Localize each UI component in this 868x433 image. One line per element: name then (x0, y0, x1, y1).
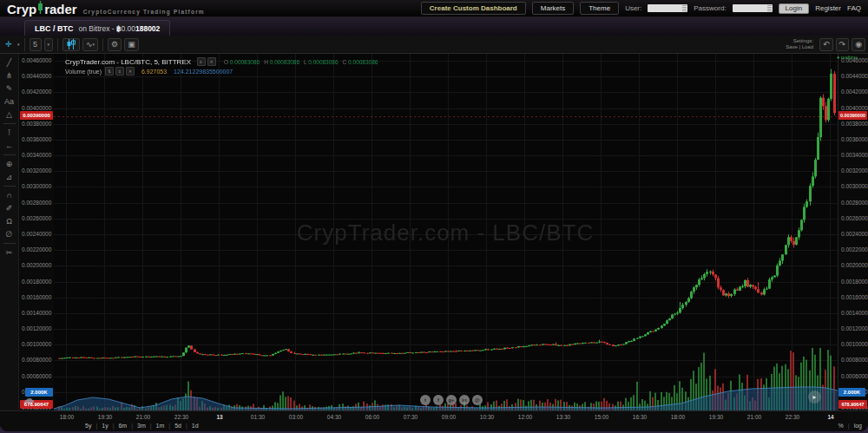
visibility-button[interactable]: ◉ (852, 38, 865, 51)
percent-scale-button[interactable]: % (838, 423, 844, 429)
settings-save-load[interactable]: Settings: Save | Load (786, 38, 813, 50)
price-tick-label: 0.00180000 (22, 279, 51, 285)
top-header: Cryp rader CryptoCurrency Trading Platfo… (0, 0, 868, 17)
price-tick-label: 0.00280000 (22, 200, 51, 206)
price-axis-left[interactable]: 0.004600000.004400000.004200000.00400000… (19, 54, 55, 410)
volume-toggle-icon[interactable]: ⇅ (105, 67, 114, 75)
faq-link[interactable]: FAQ (847, 4, 861, 12)
price-tick-label: 0.00420000 (841, 89, 868, 95)
undo-button[interactable]: ↶ (819, 38, 833, 51)
magnet-tool-icon[interactable]: ∩ (2, 189, 17, 201)
arrow-tool-icon[interactable]: ← (2, 140, 17, 152)
twitter-share-icon[interactable]: t (420, 395, 431, 405)
volume-menu-icon[interactable]: ≡ (115, 67, 124, 75)
volume-scale-flag-right: 2.000K (838, 388, 865, 397)
chart-toolbar: ✛ ▾ 5 ▾ ∿▾ ⚙ ▣ Settings: Save | Load ↶ ↷… (0, 36, 868, 54)
price-tick-label: 0.00320000 (22, 167, 51, 174)
time-tick-label: 16:30 (628, 414, 652, 420)
time-tick-label: 15:00 (589, 414, 614, 420)
mail-share-icon[interactable]: @ (472, 395, 483, 405)
scroll-to-realtime-button[interactable]: ▸ (808, 390, 821, 403)
interval-select[interactable]: 5 (30, 38, 42, 51)
price-tick-label: 0.00080000 (841, 357, 868, 363)
time-axis[interactable]: 18:0019:3021:0022:301301:3003:0004:3006:… (0, 410, 868, 423)
trend-line-tool-icon[interactable]: ╱ (2, 56, 17, 69)
password-label: Password: (694, 4, 726, 12)
volume-close-icon[interactable]: ✕ (126, 67, 135, 75)
price-tick-label: 0.00280000 (841, 200, 868, 206)
time-tick-label: 12:00 (513, 414, 537, 420)
password-input[interactable] (733, 4, 773, 12)
legend-close-icon[interactable]: ✕ (207, 57, 216, 66)
snapshot-button[interactable]: ▣ (124, 38, 139, 51)
forecast-tool-icon[interactable]: ⊺ (2, 127, 17, 139)
realtime-badge: ● realtime (837, 55, 858, 60)
price-tick-label: 0.00260000 (841, 215, 868, 221)
crosshair-caret-icon[interactable]: ▾ (17, 42, 20, 47)
price-tick-label: 0.00440000 (22, 73, 51, 79)
range-separator: | (186, 423, 187, 429)
logo: Cryp rader CryptoCurrency Trading Platfo… (7, 1, 205, 16)
googleplus-share-icon[interactable]: g+ (446, 395, 457, 405)
tab-price: 188002 (135, 24, 160, 33)
legend-menu-icon[interactable]: ≡ (197, 57, 206, 66)
user-input[interactable] (648, 4, 687, 12)
tab-lbc-btc[interactable]: LBC / BTC on Bittrex - ฿0.00188002 (24, 20, 170, 36)
indicator-button[interactable]: ∿▾ (82, 38, 98, 51)
pattern-tool-icon[interactable]: △ (2, 108, 17, 121)
range-5y-button[interactable]: 5y (85, 423, 91, 429)
time-tick-label: 22:30 (169, 414, 194, 420)
camera-icon: ▣ (128, 40, 135, 49)
brush-tool-icon[interactable]: ✎ (2, 82, 17, 95)
log-scale-button[interactable]: log (854, 423, 862, 429)
price-tick-label: 0.00360000 (841, 136, 868, 142)
text-tool-icon[interactable]: Aa (2, 95, 17, 108)
price-tick-label: 0.00340000 (22, 152, 51, 158)
pitchfork-tool-icon[interactable]: ⋔ (2, 69, 17, 82)
lock-tool-icon[interactable]: Ω (2, 215, 17, 227)
user-label: User: (625, 4, 641, 12)
measure-tool-icon[interactable]: ⊿ (2, 171, 17, 183)
range-1y-button[interactable]: 1y (102, 423, 108, 429)
candle-style-button[interactable] (62, 38, 80, 51)
register-link[interactable]: Register (815, 4, 841, 12)
tab-exchange-label: on Bittrex - ฿0.00188002 (79, 24, 161, 33)
remove-tool-icon[interactable]: ✂ (2, 246, 17, 259)
price-tick-label: 0.00300000 (841, 183, 868, 189)
price-tick-label: 0.00060000 (841, 373, 868, 379)
range-1d-button[interactable]: 1d (192, 423, 199, 429)
interval-caret-button[interactable]: ▾ (44, 38, 54, 51)
draw-mode-tool-icon[interactable]: ✐ (2, 202, 17, 214)
range-1m-button[interactable]: 1m (156, 423, 165, 429)
markets-button[interactable]: Markets (532, 2, 574, 15)
range-5d-button[interactable]: 5d (174, 423, 181, 429)
price-tick-label: 0.00340000 (841, 152, 868, 158)
facebook-share-icon[interactable]: f (433, 395, 444, 405)
toolbar-divider (3, 186, 16, 187)
current-price-flag-left: 0.00390000 (20, 111, 53, 120)
chart-settings-button[interactable]: ⚙ (108, 38, 122, 51)
create-dashboard-button[interactable]: Create Custom Dashboard (421, 2, 526, 15)
range-6m-button[interactable]: 6m (118, 423, 127, 429)
price-tick-label: 0.00400000 (22, 105, 51, 111)
zoom-tool-icon[interactable]: ⊕ (2, 158, 17, 170)
range-selector: 5y|1y|6m|3m|1m|5d|1d (85, 423, 199, 429)
price-tick-label: 0.00160000 (841, 294, 868, 300)
range-3m-button[interactable]: 3m (137, 423, 146, 429)
range-separator: | (131, 423, 133, 429)
price-axis-right[interactable]: 0.004600000.004400000.004200000.00400000… (838, 54, 868, 410)
hide-tool-icon[interactable]: ∅ (2, 228, 17, 240)
linkedin-share-icon[interactable]: in (459, 395, 470, 405)
redo-button[interactable]: ↷ (836, 38, 850, 51)
time-tick-label: 07:30 (398, 414, 423, 420)
login-button[interactable]: Login (779, 3, 810, 14)
price-tick-label: 0.00220000 (22, 246, 51, 253)
time-tick-label: 22:30 (780, 414, 805, 420)
price-tick-label: 0.00260000 (22, 215, 51, 221)
range-separator: | (150, 423, 152, 429)
theme-button[interactable]: Theme (580, 2, 619, 15)
crosshair-mode-button[interactable]: ✛ (3, 38, 15, 51)
bottom-bar: 5y|1y|6m|3m|1m|5d|1d %|log (0, 423, 868, 431)
input-spinner-icon (767, 5, 772, 11)
redo-icon: ↷ (839, 40, 846, 49)
